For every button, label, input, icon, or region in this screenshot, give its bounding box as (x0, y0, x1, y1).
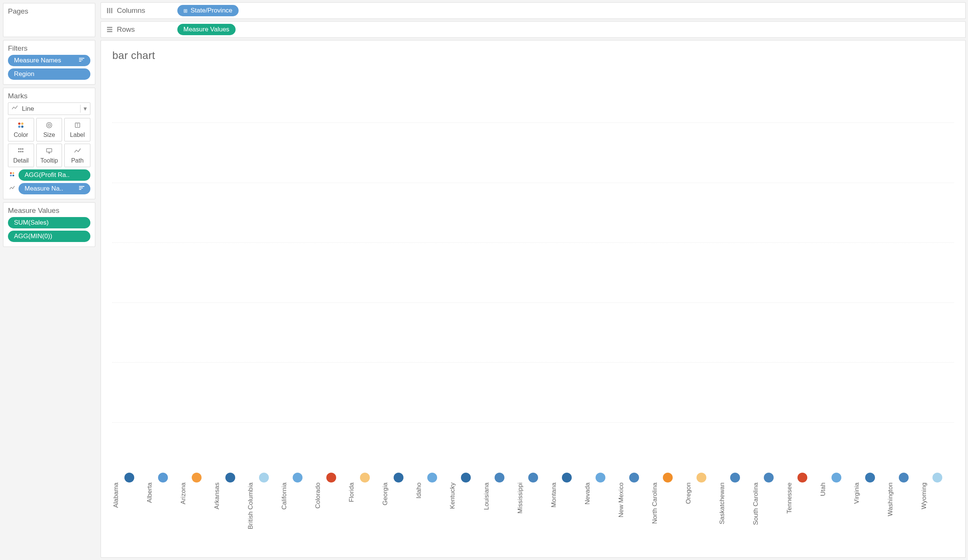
x-tick-label: Oregon (685, 482, 718, 504)
marks-label-cell[interactable]: T Label (64, 118, 90, 141)
bar[interactable] (394, 473, 403, 482)
line-icon (12, 104, 18, 113)
bar[interactable] (327, 473, 336, 482)
cell-label: Label (70, 132, 85, 138)
bar-cell (853, 473, 887, 482)
svg-rect-22 (79, 186, 85, 187)
cell-label: Color (13, 132, 28, 138)
mv-pill-sum-sales[interactable]: SUM(Sales) (8, 217, 90, 229)
path-icon (74, 147, 81, 156)
bar[interactable] (899, 473, 908, 482)
bar-cell (146, 473, 180, 482)
svg-rect-2 (79, 61, 81, 61)
bar[interactable] (360, 473, 370, 482)
bar[interactable] (696, 473, 706, 482)
path-icon (8, 185, 16, 192)
svg-point-6 (21, 126, 23, 128)
x-tick-label: Nevada (584, 482, 617, 505)
bar[interactable] (629, 473, 639, 482)
bar[interactable] (192, 473, 202, 482)
svg-text:T: T (76, 123, 79, 128)
pill-label: AGG(Profit Ra.. (25, 171, 70, 179)
bar[interactable] (528, 473, 538, 482)
bar[interactable] (932, 473, 942, 482)
bar[interactable] (865, 473, 875, 482)
bar[interactable] (832, 473, 841, 482)
encoding-pill-measure-names[interactable]: Measure Na.. (18, 183, 90, 194)
gridline (112, 242, 954, 243)
bar[interactable] (595, 473, 605, 482)
bar-cell (550, 473, 584, 482)
bar-cell (415, 473, 449, 482)
cell-label: Detail (13, 157, 29, 164)
bar-cell (449, 473, 482, 482)
marks-tooltip-cell[interactable]: Tooltip (36, 144, 62, 167)
cell-label: Size (43, 132, 55, 138)
bar[interactable] (225, 473, 235, 482)
bar-cell (718, 473, 752, 482)
filters-card: Filters Measure Names Region (3, 40, 95, 85)
svg-point-18 (10, 172, 12, 174)
svg-point-20 (10, 175, 12, 177)
bar-cell (752, 473, 786, 482)
bar-cell (786, 473, 819, 482)
bar-cell (483, 473, 517, 482)
svg-point-12 (20, 148, 22, 150)
marks-size-cell[interactable]: Size (36, 118, 62, 141)
pill-label: Measure Values (183, 26, 230, 33)
bar-cell (280, 473, 314, 482)
filter-pill-measure-names[interactable]: Measure Names (8, 55, 90, 66)
svg-point-14 (18, 151, 20, 152)
bar-cell (517, 473, 550, 482)
bar[interactable] (562, 473, 572, 482)
color-icon (8, 171, 16, 179)
x-tick-label: British Columbia (247, 482, 280, 529)
svg-point-13 (22, 148, 23, 150)
bar[interactable] (259, 473, 269, 482)
bar[interactable] (663, 473, 673, 482)
x-tick-label: Tennessee (786, 482, 819, 514)
x-tick-label: Georgia (381, 482, 415, 505)
columns-shelf[interactable]: Columns ⊞ State/Province (101, 2, 966, 19)
svg-rect-30 (107, 31, 112, 32)
gridline (112, 362, 954, 363)
bar[interactable] (124, 473, 134, 482)
cell-label: Path (71, 157, 84, 164)
bar[interactable] (730, 473, 740, 482)
encoding-pill-profit-ratio[interactable]: AGG(Profit Ra.. (18, 169, 90, 181)
marks-color-cell[interactable]: Color (8, 118, 34, 141)
bar[interactable] (797, 473, 807, 482)
bar[interactable] (293, 473, 303, 482)
svg-point-21 (12, 175, 14, 177)
x-tick-label: Washington (887, 482, 920, 516)
x-tick-label: Utah (819, 482, 853, 496)
bar[interactable] (427, 473, 437, 482)
measure-values-card: Measure Values SUM(Sales) AGG(MIN(0)) (3, 202, 95, 247)
mv-pill-agg-min0[interactable]: AGG(MIN(0)) (8, 231, 90, 242)
x-tick-label: Louisiana (483, 482, 517, 510)
mark-type-select[interactable]: Line ▾ (8, 103, 90, 115)
x-tick-label: Idaho (415, 482, 449, 499)
filter-pill-region[interactable]: Region (8, 68, 90, 80)
svg-point-11 (18, 148, 20, 150)
bar[interactable] (764, 473, 774, 482)
columns-pill-state[interactable]: ⊞ State/Province (177, 5, 239, 16)
bar-cell (381, 473, 415, 482)
cell-label: Tooltip (40, 157, 58, 164)
x-tick-label: Florida (348, 482, 381, 502)
bar[interactable] (495, 473, 504, 482)
marks-detail-cell[interactable]: Detail (8, 144, 34, 167)
bar[interactable] (158, 473, 168, 482)
bar[interactable] (461, 473, 471, 482)
label-icon: T (74, 121, 81, 130)
dropdown-caret-icon: ▾ (80, 105, 87, 113)
pill-label: Region (14, 70, 35, 78)
bar-cell (920, 473, 954, 482)
rows-pill-measure-values[interactable]: Measure Values (177, 24, 235, 35)
marks-path-cell[interactable]: Path (64, 144, 90, 167)
bar-cell (180, 473, 213, 482)
rows-shelf[interactable]: Rows Measure Values (101, 21, 966, 38)
pill-label: Measure Names (14, 57, 61, 64)
bar-cell (348, 473, 381, 482)
x-tick-label: Arkansas (213, 482, 247, 509)
